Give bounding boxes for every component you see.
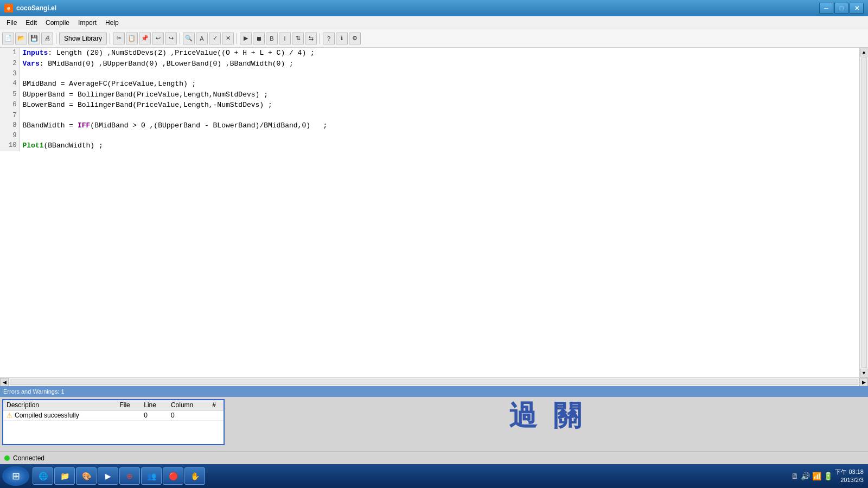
close-button[interactable]: ✕ [850,3,864,14]
toolbar-copy[interactable]: 📋 [126,33,138,44]
code-content[interactable]: BMidBand = AverageFC(PriceValue,Length) … [19,79,859,89]
task-chrome[interactable]: ⊕ [119,467,140,485]
toolbar-about[interactable]: ℹ [336,33,348,44]
v-scroll-up[interactable]: ▲ [860,48,869,56]
error-description: ⚠Compiled successfully [3,410,116,421]
toolbar-cancel[interactable]: ✕ [222,33,234,44]
toolbar-settings[interactable]: ⚙ [349,33,361,44]
maximize-button[interactable]: □ [834,3,848,14]
v-scroll-track[interactable] [861,57,867,368]
code-content[interactable]: BBandWidth = IFF(BMidBand > 0 ,(BUpperBa… [19,120,859,131]
v-scrollbar[interactable]: ▲ ▼ [859,48,868,377]
toolbar-redo[interactable]: ↪ [165,33,177,44]
player-icon: ▶ [103,471,113,481]
task-app1[interactable]: 🎨 [76,467,97,485]
code-row: 1Inputs: Length (20) ,NumStdDevs(2) ,Pri… [0,48,859,59]
line-number: 7 [0,111,19,120]
menu-compile[interactable]: Compile [41,18,74,28]
task-explorer[interactable]: 📁 [54,467,75,485]
errors-table-body: ⚠Compiled successfully00 [3,410,224,421]
toolbar-sep3 [180,33,180,44]
code-content[interactable]: Plot1(BBandWidth) ; [19,140,859,151]
toolbar-stop[interactable]: ⏹ [253,33,265,44]
code-editor[interactable]: 1Inputs: Length (20) ,NumStdDevs(2) ,Pri… [0,48,859,377]
toolbar-help[interactable]: ? [323,33,335,44]
code-content[interactable]: Inputs: Length (20) ,NumStdDevs(2) ,Pric… [19,48,859,59]
menu-import[interactable]: Import [74,18,101,28]
error-row: ⚠Compiled successfully00 [3,410,224,421]
taskbar: ⊞ 🌐 📁 🎨 ▶ ⊕ 👥 🔴 ✋ 🖥 🔊 📶 🔋 下午 03:18 2013/… [0,464,868,488]
col-num: # [209,400,224,410]
code-content[interactable] [19,69,859,79]
task-teams[interactable]: 👥 [141,467,162,485]
toolbar: 📄 📂 💾 🖨 Show Library ✂ 📋 📌 ↩ ↪ 🔍 A ✓ ✕ ▶… [0,29,868,48]
toolbar-compile-btn[interactable]: ▶ [240,33,252,44]
toolbar-open[interactable]: 📂 [15,33,27,44]
toolbar-save[interactable]: 💾 [28,33,40,44]
clock: 下午 03:18 2013/2/3 [835,468,864,485]
status-bar: Connected [0,451,868,464]
toolbar-new[interactable]: 📄 [2,33,14,44]
line-number: 10 [0,140,19,151]
task-ie[interactable]: 🌐 [33,467,53,485]
line-number: 9 [0,131,19,140]
task-app2[interactable]: 🔴 [163,467,183,485]
line-number: 8 [0,120,19,131]
start-button[interactable]: ⊞ [2,466,29,486]
toolbar-replace[interactable]: A [196,33,208,44]
minimize-button[interactable]: ─ [819,3,833,14]
sys-icon4: 🔋 [824,472,833,480]
code-content[interactable] [19,111,859,120]
code-content[interactable]: BLowerBand = BollingerBand(PriceValue,Le… [19,100,859,111]
h-scroll-track[interactable] [10,380,858,385]
h-scroll-left[interactable]: ◀ [0,378,9,387]
task-player[interactable]: ▶ [98,467,118,485]
code-content[interactable]: Vars: BMidBand(0) ,BUpperBand(0) ,BLower… [19,59,859,69]
toolbar-b1[interactable]: B [266,33,278,44]
toolbar-print[interactable]: 🖨 [41,33,53,44]
toolbar-paste[interactable]: 📌 [139,33,151,44]
sys-icon2: 🔊 [801,472,810,480]
main-area: 1Inputs: Length (20) ,NumStdDevs(2) ,Pri… [0,48,868,386]
toolbar-b2[interactable]: I [279,33,291,44]
editor-wrapper: 1Inputs: Length (20) ,NumStdDevs(2) ,Pri… [0,48,868,377]
menu-help[interactable]: Help [101,18,123,28]
toolbar-undo[interactable]: ↩ [152,33,164,44]
code-row: 4BMidBand = AverageFC(PriceValue,Length)… [0,79,859,89]
h-scroll-right[interactable]: ▶ [859,378,868,387]
code-row: 7 [0,111,859,120]
h-scrollbar[interactable]: ◀ ▶ [0,377,868,386]
toolbar-find[interactable]: 🔍 [183,33,195,44]
title-bar-left: e cocoSangi.el [4,4,56,12]
toolbar-sep1 [56,33,56,44]
col-line: Line [141,400,168,410]
title-controls: ─ □ ✕ [819,3,864,14]
code-content[interactable]: BUpperBand = BollingerBand(PriceValue,Le… [19,89,859,100]
errors-header-row: Description File Line Column # [3,400,224,410]
line-number: 3 [0,69,19,79]
code-row: 2Vars: BMidBand(0) ,BUpperBand(0) ,BLowe… [0,59,859,69]
window-title: cocoSangi.el [16,4,56,12]
line-number: 2 [0,59,19,69]
menu-file[interactable]: File [2,18,21,28]
toolbar-b4[interactable]: ⇆ [305,33,317,44]
error-column: 0 [168,410,209,421]
line-number: 5 [0,89,19,100]
line-number: 1 [0,48,19,59]
menu-bar: File Edit Compile Import Help [0,16,868,29]
errors-header: Errors and Warnings: 1 [0,386,868,397]
app1-icon: 🎨 [81,471,92,481]
app3-icon: ✋ [189,471,200,481]
chrome-icon: ⊕ [124,471,135,481]
error-num [209,410,224,421]
menu-edit[interactable]: Edit [21,18,41,28]
toolbar-b3[interactable]: ⇅ [292,33,304,44]
v-scroll-down[interactable]: ▼ [860,369,869,377]
code-content[interactable] [19,131,859,140]
task-app3[interactable]: ✋ [184,467,205,485]
bottom-panel: Errors and Warnings: 1 Description File … [0,386,868,451]
show-library-button[interactable]: Show Library [59,33,107,44]
title-bar: e cocoSangi.el ─ □ ✕ [0,0,868,16]
toolbar-verify[interactable]: ✓ [209,33,221,44]
toolbar-cut[interactable]: ✂ [113,33,125,44]
